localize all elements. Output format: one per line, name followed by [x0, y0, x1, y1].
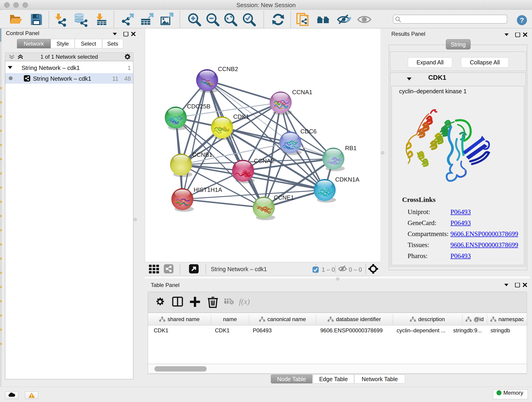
svg-text:CDK1: CDK1	[233, 113, 249, 120]
svg-text:String Network – cdk1: String Network – cdk1	[211, 266, 267, 272]
svg-text:CDC25B: CDC25B	[187, 103, 210, 110]
svg-text:CDC6: CDC6	[300, 128, 317, 135]
svg-text:CCNB2: CCNB2	[218, 65, 238, 72]
svg-text:0 – 0: 0 – 0	[349, 266, 362, 273]
svg-text:HIST1H1A: HIST1H1A	[194, 186, 222, 193]
svg-text:1 – 0: 1 – 0	[322, 266, 335, 273]
svg-text:f(x): f(x)	[239, 297, 250, 306]
svg-text:CCNA1: CCNA1	[292, 89, 312, 96]
svg-text:CCNE1: CCNE1	[274, 194, 294, 201]
svg-text:CDKN1A: CDKN1A	[335, 176, 360, 183]
svg-text:CCNA2: CCNA2	[254, 157, 274, 164]
svg-text:CCNB1: CCNB1	[192, 151, 212, 158]
svg-text:RB1: RB1	[345, 145, 357, 152]
